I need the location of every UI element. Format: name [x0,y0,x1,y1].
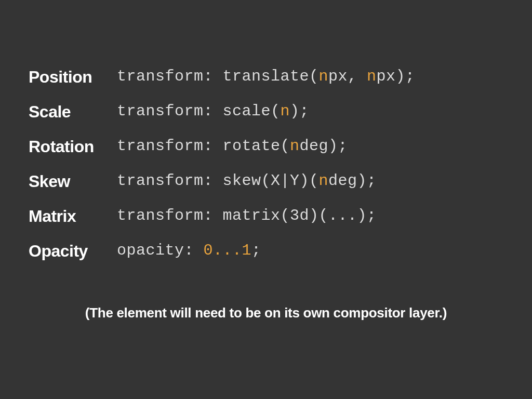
property-label: Skew [29,172,117,191]
property-label: Position [29,68,117,87]
property-code: transform: matrix(3d)(...); [117,207,503,226]
property-code: transform: rotate(ndeg); [117,137,503,156]
property-label: Rotation [29,137,117,156]
property-label: Matrix [29,207,117,226]
property-label: Opacity [29,242,117,261]
footnote: (The element will need to be on its own … [29,305,503,321]
slide: Position transform: translate(npx, npx);… [0,0,532,321]
property-code: transform: skew(X|Y)(ndeg); [117,172,503,191]
property-code: transform: translate(npx, npx); [117,68,503,87]
property-label: Scale [29,102,117,122]
property-code: opacity: 0...1; [117,242,503,261]
property-table: Position transform: translate(npx, npx);… [29,68,503,261]
property-code: transform: scale(n); [117,102,503,122]
